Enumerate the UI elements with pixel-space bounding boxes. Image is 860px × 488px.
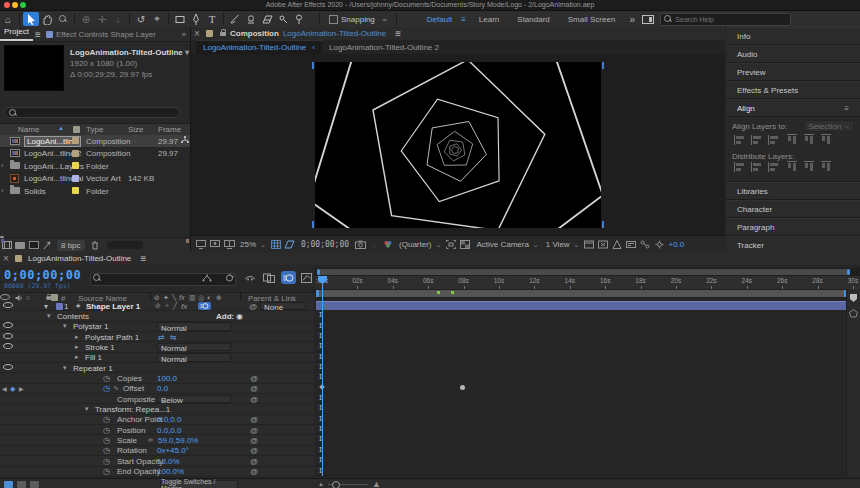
track-row[interactable]: I bbox=[315, 321, 860, 331]
puppet-pin-tool-icon[interactable] bbox=[291, 12, 307, 26]
layer-fx-switch[interactable]: fx bbox=[181, 302, 187, 311]
track-row[interactable]: I bbox=[315, 341, 860, 351]
composite-dropdown[interactable]: Below⌄ bbox=[157, 395, 231, 404]
track-row[interactable]: I bbox=[315, 362, 860, 372]
comp-tab-2[interactable]: LogoAnimation-Tilted-Outline 2 bbox=[322, 41, 446, 54]
label-column-icon[interactable] bbox=[51, 294, 58, 301]
property-value[interactable]: 100.0% bbox=[157, 467, 184, 476]
dolly-camera-tool-icon[interactable]: ↓ bbox=[110, 12, 126, 26]
property-value[interactable]: 59.0,59.0% bbox=[158, 436, 198, 445]
shape-group-row[interactable]: ▸Stroke 1Normal⌄ bbox=[0, 342, 314, 352]
track-row[interactable]: I bbox=[315, 445, 860, 455]
stopwatch-icon[interactable]: ◷ bbox=[103, 467, 110, 476]
track-row[interactable]: I bbox=[315, 310, 860, 320]
property-row[interactable]: ◷Start Opacity13.0%@ bbox=[0, 456, 314, 466]
align-button-3[interactable] bbox=[768, 135, 781, 146]
property-value[interactable]: 0.0 bbox=[157, 384, 168, 393]
property-row[interactable]: ◷Copies100.0@ bbox=[0, 373, 314, 383]
column-size[interactable]: Size bbox=[128, 125, 144, 134]
composition-viewport[interactable] bbox=[191, 54, 725, 235]
snapping-toggle[interactable]: Snapping bbox=[329, 15, 375, 24]
group-expander-icon[interactable]: ▾ bbox=[63, 364, 67, 372]
workspace-tab-small-screen[interactable]: Small Screen bbox=[559, 15, 625, 24]
reset-exposure-icon[interactable] bbox=[652, 239, 666, 251]
comp-mini-flowchart-icon[interactable] bbox=[202, 273, 212, 284]
align-to-dropdown[interactable]: Selection⌄ bbox=[804, 120, 854, 132]
property-row[interactable]: ◷Anchor Point0.0,0.0@ bbox=[0, 415, 314, 425]
column-name[interactable]: Name bbox=[18, 125, 39, 134]
layer-quality-switch[interactable]: ╱ bbox=[173, 302, 177, 310]
panel-header-character[interactable]: Character bbox=[726, 200, 860, 218]
workspace-tab-standard[interactable]: Standard bbox=[508, 15, 558, 24]
track-row[interactable] bbox=[315, 300, 860, 310]
property-row[interactable]: CompositeBelow⌄@ bbox=[0, 394, 314, 404]
visibility-eye-icon[interactable] bbox=[3, 333, 13, 339]
timeline-panel-menu-icon[interactable]: ≡ bbox=[135, 252, 151, 266]
snap-options-icon[interactable]: ⌁ bbox=[377, 12, 393, 26]
exposure-value[interactable]: +0.0 bbox=[668, 240, 684, 249]
property-name[interactable]: Copies bbox=[117, 374, 142, 383]
stopwatch-icon[interactable]: ◷ bbox=[103, 446, 110, 455]
pixel-aspect-correction-icon[interactable] bbox=[596, 239, 610, 251]
rotation-tool-icon[interactable]: ↺ bbox=[133, 12, 149, 26]
stopwatch-icon[interactable]: ◷ bbox=[103, 415, 110, 424]
frame-blending-icon[interactable] bbox=[263, 273, 275, 285]
comp-info-dropdown-icon[interactable]: ▾ bbox=[185, 48, 189, 57]
panel-header-audio[interactable]: Audio bbox=[726, 45, 860, 63]
property-pickwhip-icon[interactable]: @ bbox=[250, 384, 258, 393]
property-name[interactable]: Scale bbox=[117, 436, 137, 445]
comp-tab-1[interactable]: LogoAnimation-Tilted-Outline‹ bbox=[196, 40, 322, 54]
label-color-chip[interactable] bbox=[72, 150, 79, 157]
blend-mode-dropdown[interactable]: Normal⌄ bbox=[157, 322, 231, 331]
group-expander-icon[interactable]: ▸ bbox=[75, 353, 79, 361]
brush-tool-icon[interactable] bbox=[227, 12, 243, 26]
shape-group-row[interactable]: ▾Repeater 1 bbox=[0, 363, 314, 373]
timeline-horizontal-scrollbar[interactable] bbox=[315, 268, 860, 276]
transparency-grid-icon[interactable] bbox=[458, 239, 472, 251]
track-row[interactable]: I bbox=[315, 393, 860, 403]
visibility-eye-icon[interactable] bbox=[3, 302, 13, 308]
distribute-button-3[interactable] bbox=[768, 162, 781, 173]
track-row[interactable]: I bbox=[315, 414, 860, 424]
shape-tool-icon[interactable] bbox=[172, 12, 188, 26]
visibility-eye-icon[interactable] bbox=[3, 322, 13, 328]
expand-arrow-icon[interactable]: › bbox=[1, 187, 3, 194]
current-timecode[interactable]: 0;00;00;00 bbox=[4, 268, 81, 282]
align-button-1[interactable] bbox=[734, 135, 747, 146]
flowchart-button-icon[interactable] bbox=[638, 239, 652, 251]
panel-header-align[interactable]: Align ≡ bbox=[726, 99, 860, 117]
track-row[interactable]: I bbox=[315, 434, 860, 444]
zoom-out-timeline-icon[interactable]: ▲ bbox=[318, 481, 324, 487]
solo-column-icon[interactable]: ○ bbox=[26, 294, 30, 301]
property-pickwhip-icon[interactable]: @ bbox=[250, 415, 258, 424]
stopwatch-icon[interactable]: ◷ bbox=[103, 384, 110, 393]
comp-current-time[interactable]: 0;00;00;00 bbox=[301, 240, 349, 249]
layer-shy-switch[interactable]: ⊘ bbox=[155, 302, 161, 310]
track-row[interactable]: I bbox=[315, 331, 860, 341]
sort-ascending-icon[interactable]: ▲ bbox=[58, 125, 64, 131]
always-preview-icon[interactable] bbox=[194, 239, 208, 251]
view-count-dropdown[interactable]: 1 View⌄ bbox=[545, 240, 580, 249]
expand-layer-switches-icon[interactable] bbox=[4, 481, 13, 488]
composition-panel-menu-icon[interactable]: ≡ bbox=[390, 27, 406, 41]
roto-brush-tool-icon[interactable] bbox=[275, 12, 291, 26]
manage-workspaces-icon[interactable] bbox=[640, 12, 656, 26]
magnification-dropdown[interactable]: 25%⌄ bbox=[239, 240, 266, 249]
group-name[interactable]: Polystar Path 1 bbox=[85, 333, 139, 342]
group-name[interactable]: Contents bbox=[57, 312, 89, 321]
workspace-menu-icon[interactable]: ≡ bbox=[461, 15, 466, 24]
group-expander-icon[interactable]: ▾ bbox=[85, 405, 89, 413]
property-pickwhip-icon[interactable]: @ bbox=[250, 374, 258, 383]
layer-collapse-switch[interactable]: ✦ bbox=[164, 302, 170, 310]
property-pickwhip-icon[interactable]: @ bbox=[250, 457, 258, 466]
add-shape-label[interactable]: Add: bbox=[216, 312, 234, 321]
project-tabs-overflow-icon[interactable]: » bbox=[182, 30, 186, 39]
comp-marker-bin-icon[interactable] bbox=[849, 293, 858, 305]
blend-mode-dropdown[interactable]: Normal⌄ bbox=[157, 353, 231, 362]
comp-button-icon[interactable] bbox=[849, 309, 858, 320]
property-value[interactable]: 0x+45.0° bbox=[157, 446, 189, 455]
clone-stamp-tool-icon[interactable] bbox=[243, 12, 259, 26]
pan-camera-tool-icon[interactable]: ✛ bbox=[94, 12, 110, 26]
stopwatch-icon[interactable]: ◷ bbox=[103, 426, 110, 435]
layer-name[interactable]: Shape Layer 1 bbox=[86, 302, 140, 311]
